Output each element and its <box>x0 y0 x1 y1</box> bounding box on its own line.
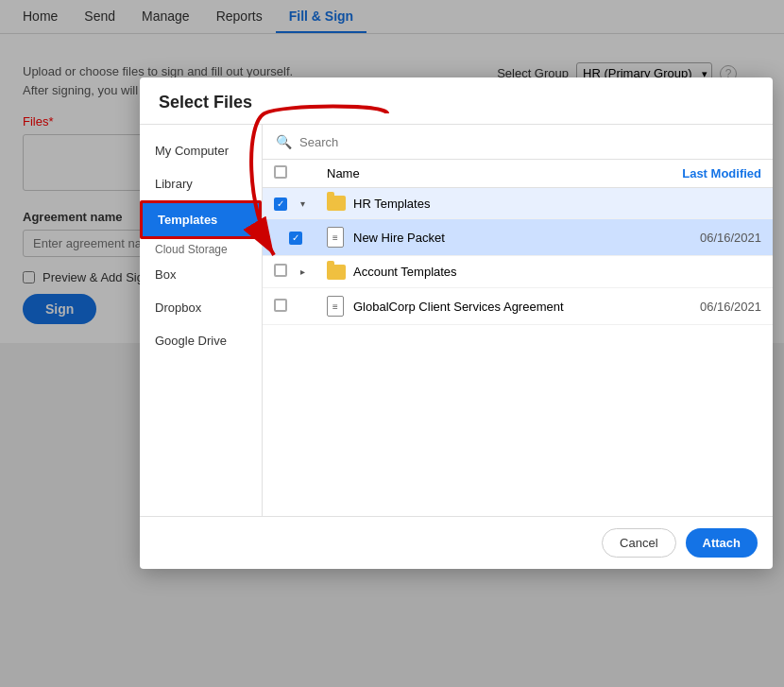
table-row[interactable]: GlobalCorp Client Services Agreement 06/… <box>263 288 773 325</box>
row-checkbox[interactable]: ✓ <box>289 232 302 245</box>
select-all-checkbox[interactable] <box>274 165 287 179</box>
col-name-header: Name <box>327 166 657 180</box>
row-checkbox[interactable]: ✓ <box>274 198 287 211</box>
chevron-down-icon: ▾ <box>300 198 305 209</box>
folder-icon <box>327 196 346 211</box>
chevron-right-icon: ▸ <box>300 266 305 277</box>
modal-content-area: 🔍 Name Last Modified ✓ <box>263 125 773 516</box>
modal-sidebar: My Computer Library Templates Cloud Stor… <box>140 125 263 516</box>
file-name: Account Templates <box>353 265 657 279</box>
table-row[interactable]: ✓ ▾ HR Templates <box>263 188 773 219</box>
modal-title: Select Files <box>159 93 754 112</box>
table-row[interactable]: ✓ New Hire Packet 06/16/2021 <box>263 219 773 256</box>
col-modified-header: Last Modified <box>657 166 761 180</box>
file-name: New Hire Packet <box>353 231 657 245</box>
modal-footer: Cancel Attach <box>140 516 773 569</box>
sidebar-item-templates[interactable]: Templates <box>140 200 262 239</box>
sidebar-item-google-drive[interactable]: Google Drive <box>140 324 262 357</box>
search-input[interactable] <box>299 135 759 149</box>
row-checkbox[interactable] <box>274 299 287 312</box>
file-name: GlobalCorp Client Services Agreement <box>353 300 657 314</box>
sidebar-item-dropbox[interactable]: Dropbox <box>140 291 262 324</box>
folder-icon <box>327 265 346 280</box>
file-table: Name Last Modified ✓ ▾ HR Templates <box>263 160 773 516</box>
file-table-header: Name Last Modified <box>263 160 773 188</box>
document-icon <box>327 227 344 248</box>
sidebar-item-my-computer[interactable]: My Computer <box>140 134 262 167</box>
search-icon: 🔍 <box>276 134 292 149</box>
file-modified: 06/16/2021 <box>657 231 761 245</box>
modal-body: My Computer Library Templates Cloud Stor… <box>140 125 773 516</box>
sidebar-item-library[interactable]: Library <box>140 167 262 200</box>
row-checkbox[interactable] <box>274 264 287 277</box>
select-files-modal: Select Files My Computer Library Templat… <box>140 77 773 569</box>
modal-header: Select Files <box>140 77 773 125</box>
search-bar: 🔍 <box>263 125 773 160</box>
cancel-button[interactable]: Cancel <box>602 528 675 558</box>
attach-button[interactable]: Attach <box>686 528 758 558</box>
cloud-storage-label: Cloud Storage <box>140 239 262 258</box>
table-row[interactable]: ▸ Account Templates <box>263 256 773 288</box>
file-name: HR Templates <box>353 197 657 211</box>
document-icon <box>327 296 344 317</box>
file-modified: 06/16/2021 <box>657 300 761 314</box>
sidebar-item-box[interactable]: Box <box>140 258 262 291</box>
